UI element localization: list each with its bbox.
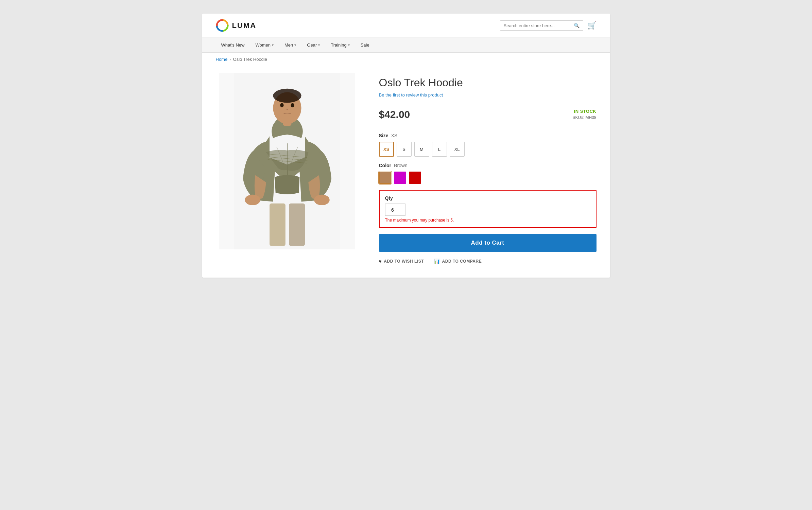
qty-error-message: The maximum you may purchase is 5. [385, 218, 590, 223]
color-swatch-magenta[interactable] [394, 172, 406, 184]
nav-item-men[interactable]: Men ▾ [279, 38, 301, 52]
svg-rect-2 [270, 204, 286, 246]
add-to-cart-button[interactable]: Add to Cart [379, 234, 597, 252]
logo-area: LUMA [216, 19, 257, 32]
heart-icon: ♥ [379, 259, 382, 264]
color-label-row: Color Brown [379, 163, 597, 168]
size-button-l[interactable]: L [432, 142, 447, 157]
add-to-wishlist-button[interactable]: ♥ ADD TO WISH LIST [379, 259, 424, 264]
product-details: Oslo Trek Hoodie Be the first to review … [379, 73, 597, 264]
compare-label: ADD TO COMPARE [442, 259, 482, 264]
nav-item-whats-new[interactable]: What's New [216, 38, 250, 52]
review-link[interactable]: Be the first to review this product [379, 92, 597, 98]
nav-bar: What's New Women ▾ Men ▾ Gear ▾ Training… [202, 38, 610, 53]
breadcrumb-current-page: Oslo Trek Hoodie [233, 57, 267, 62]
sku-label: SKU#: [572, 115, 584, 120]
qty-section: Qty The maximum you may purchase is 5. [379, 190, 597, 228]
chevron-down-icon: ▾ [348, 43, 350, 47]
chevron-down-icon: ▾ [294, 43, 296, 47]
color-swatch-red[interactable] [409, 172, 421, 184]
size-option-section: Size XS XS S M L XL [379, 133, 597, 157]
search-input[interactable] [504, 23, 572, 28]
product-price: $42.00 [379, 109, 410, 120]
size-button-xs[interactable]: XS [379, 142, 394, 157]
luma-logo-icon [216, 19, 229, 32]
svg-point-10 [291, 103, 294, 107]
product-title: Oslo Trek Hoodie [379, 76, 597, 89]
main-content: Oslo Trek Hoodie Be the first to review … [202, 66, 610, 278]
sku-value: MH08 [585, 115, 596, 120]
qty-input[interactable] [385, 204, 405, 216]
svg-point-9 [280, 103, 283, 107]
chevron-down-icon: ▾ [272, 43, 274, 47]
color-swatches [379, 172, 597, 184]
color-option-section: Color Brown [379, 163, 597, 184]
add-to-compare-button[interactable]: 📊 ADD TO COMPARE [434, 259, 482, 264]
size-button-m[interactable]: M [414, 142, 429, 157]
product-image [219, 73, 355, 249]
logo-text: LUMA [232, 21, 257, 30]
size-label: Size [379, 133, 388, 138]
compare-icon: 📊 [434, 259, 440, 264]
chevron-down-icon: ▾ [318, 43, 320, 47]
nav-item-sale[interactable]: Sale [355, 38, 375, 52]
size-label-row: Size XS [379, 133, 597, 138]
search-icon[interactable]: 🔍 [574, 23, 580, 28]
nav-item-training[interactable]: Training ▾ [325, 38, 355, 52]
nav-list: What's New Women ▾ Men ▾ Gear ▾ Training… [216, 38, 597, 52]
stock-sku-area: IN STOCK SKU#: MH08 [572, 109, 596, 120]
search-bar: 🔍 [500, 20, 583, 31]
price-stock-row: $42.00 IN STOCK SKU#: MH08 [379, 103, 597, 126]
size-options: XS S M L XL [379, 142, 597, 157]
color-label: Color [379, 163, 392, 168]
product-image-area [216, 73, 359, 264]
color-selected-value: Brown [394, 163, 408, 168]
cart-icon[interactable]: 🛒 [587, 21, 597, 30]
product-image-svg [219, 73, 355, 249]
breadcrumb-home-link[interactable]: Home [216, 57, 228, 62]
breadcrumb: Home › Oslo Trek Hoodie [202, 53, 610, 66]
page-wrapper: LUMA 🔍 🛒 What's New Women ▾ Men ▾ [202, 14, 610, 278]
size-button-s[interactable]: S [397, 142, 412, 157]
product-sku: SKU#: MH08 [572, 115, 596, 120]
header: LUMA 🔍 🛒 [202, 14, 610, 38]
stock-status: IN STOCK [572, 109, 596, 114]
nav-item-women[interactable]: Women ▾ [250, 38, 279, 52]
qty-label: Qty [385, 195, 590, 201]
svg-point-11 [273, 89, 301, 103]
nav-item-gear[interactable]: Gear ▾ [301, 38, 325, 52]
color-swatch-brown[interactable] [379, 172, 391, 184]
breadcrumb-separator: › [229, 57, 231, 62]
svg-rect-3 [289, 204, 305, 246]
size-button-xl[interactable]: XL [450, 142, 465, 157]
wishlist-label: ADD TO WISH LIST [384, 259, 424, 264]
secondary-actions: ♥ ADD TO WISH LIST 📊 ADD TO COMPARE [379, 259, 597, 264]
header-right: 🔍 🛒 [500, 20, 597, 31]
size-selected-value: XS [391, 133, 398, 138]
